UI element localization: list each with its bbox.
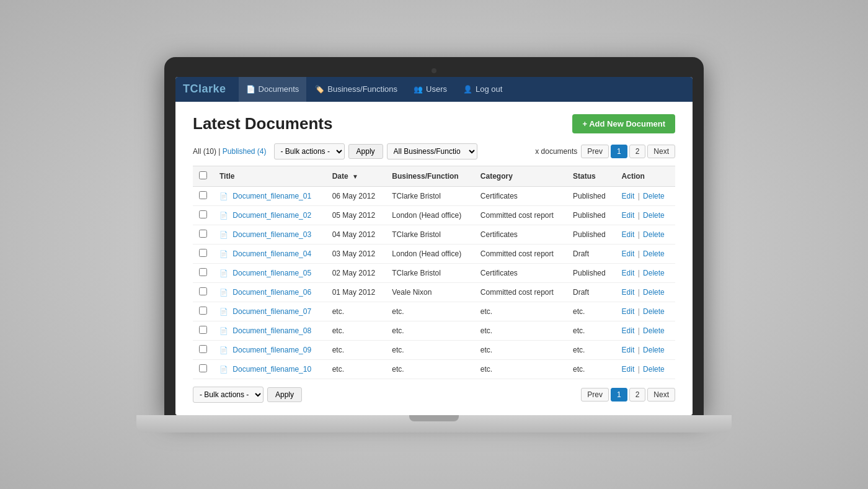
row-title-cell: 📄 Document_filename_04	[213, 244, 326, 263]
next-page-button[interactable]: Next	[647, 145, 675, 158]
row-checkbox-10[interactable]	[199, 364, 207, 372]
delete-link-7[interactable]: Delete	[643, 307, 665, 316]
page-2-button[interactable]: 2	[629, 145, 646, 158]
row-action-cell: Edit | Delete	[616, 225, 675, 244]
page-1-button[interactable]: 1	[611, 145, 627, 158]
doc-title-link-10[interactable]: Document_filename_10	[232, 365, 311, 374]
row-business-cell: TClarke Bristol	[386, 186, 474, 205]
bottom-apply-button[interactable]: Apply	[267, 387, 302, 402]
bottom-next-page-button[interactable]: Next	[647, 388, 675, 402]
doc-title-link-2[interactable]: Document_filename_02	[232, 211, 311, 220]
doc-file-icon: 📄	[219, 231, 228, 238]
edit-link-3[interactable]: Edit	[622, 230, 635, 239]
delete-link-10[interactable]: Delete	[643, 365, 665, 374]
edit-link-9[interactable]: Edit	[622, 346, 635, 354]
bottom-prev-page-button[interactable]: Prev	[581, 388, 609, 402]
doc-title-link-5[interactable]: Document_filename_05	[232, 269, 311, 277]
doc-title-link-3[interactable]: Document_filename_03	[232, 230, 311, 239]
edit-link-8[interactable]: Edit	[622, 326, 635, 335]
row-checkbox-6[interactable]	[199, 287, 207, 295]
action-separator: |	[638, 307, 642, 316]
row-checkbox-9[interactable]	[199, 345, 207, 353]
action-separator: |	[638, 249, 642, 258]
row-checkbox-7[interactable]	[199, 307, 207, 315]
col-business: Business/Function	[386, 166, 474, 186]
published-filter-link[interactable]: Published (4)	[223, 147, 267, 156]
delete-link-9[interactable]: Delete	[643, 346, 665, 354]
table-row: 📄 Document_filename_09 etc. etc. etc. et…	[193, 340, 675, 359]
row-date-cell: 06 May 2012	[326, 186, 386, 205]
business-filter-select[interactable]: All Business/Functio TClarke Bristol Lon…	[387, 143, 477, 159]
edit-link-7[interactable]: Edit	[622, 307, 635, 316]
row-business-cell: TClarke Bristol	[386, 225, 474, 244]
row-checkbox-5[interactable]	[199, 268, 207, 276]
row-checkbox-3[interactable]	[199, 230, 207, 238]
row-date-cell: etc.	[326, 359, 386, 379]
row-action-cell: Edit | Delete	[616, 263, 675, 282]
laptop-screen-bezel: TClarke 📄 Documents 🏷️ Business/Function…	[164, 57, 704, 415]
bulk-actions-group: - Bulk actions - Delete Apply All Busine…	[274, 143, 477, 159]
bulk-actions-select[interactable]: - Bulk actions - Delete	[274, 143, 345, 159]
doc-title-link-7[interactable]: Document_filename_07	[232, 307, 311, 316]
bottom-bulk-actions-select[interactable]: - Bulk actions - Delete	[193, 387, 264, 403]
bottom-page-2-button[interactable]: 2	[629, 388, 646, 402]
row-category-cell: Committed cost report	[474, 205, 567, 225]
camera-dot	[432, 68, 436, 73]
select-all-checkbox[interactable]	[199, 171, 207, 179]
apply-button[interactable]: Apply	[348, 144, 383, 159]
delete-link-8[interactable]: Delete	[643, 326, 665, 335]
delete-link-2[interactable]: Delete	[643, 211, 665, 220]
row-checkbox-4[interactable]	[199, 249, 207, 257]
doc-title-link-8[interactable]: Document_filename_08	[232, 326, 311, 335]
doc-title-link-4[interactable]: Document_filename_04	[232, 249, 311, 258]
edit-link-10[interactable]: Edit	[622, 365, 635, 374]
doc-title-link-1[interactable]: Document_filename_01	[232, 192, 311, 200]
row-category-cell: Certificates	[474, 186, 567, 205]
delete-link-5[interactable]: Delete	[643, 269, 665, 277]
row-category-cell: Committed cost report	[474, 244, 567, 263]
nav-item-business[interactable]: 🏷️ Business/Functions	[308, 77, 405, 102]
table-row: 📄 Document_filename_08 etc. etc. etc. et…	[193, 321, 675, 340]
row-status-cell: Published	[567, 225, 616, 244]
row-title-cell: 📄 Document_filename_08	[213, 321, 326, 340]
delete-link-4[interactable]: Delete	[643, 249, 665, 258]
table-header-row: Title Date ▼ Business/Function Category	[193, 166, 675, 186]
delete-link-1[interactable]: Delete	[643, 192, 665, 200]
table-row: 📄 Document_filename_04 03 May 2012 Londo…	[193, 244, 675, 263]
edit-link-4[interactable]: Edit	[622, 249, 635, 258]
doc-title-link-6[interactable]: Document_filename_06	[232, 288, 311, 297]
row-status-cell: etc.	[567, 340, 616, 359]
row-checkbox-2[interactable]	[199, 210, 207, 218]
row-date-cell: 01 May 2012	[326, 282, 386, 302]
nav-item-logout[interactable]: 👤 Log out	[456, 77, 510, 102]
document-icon: 📄	[246, 85, 255, 94]
col-category: Category	[474, 166, 567, 186]
row-status-cell: etc.	[567, 321, 616, 340]
edit-link-2[interactable]: Edit	[622, 211, 635, 220]
table-row: 📄 Document_filename_07 etc. etc. etc. et…	[193, 302, 675, 321]
action-separator: |	[638, 211, 642, 220]
doc-title-link-9[interactable]: Document_filename_09	[232, 346, 311, 354]
delete-link-6[interactable]: Delete	[643, 288, 665, 297]
bottom-page-1-button[interactable]: 1	[611, 388, 627, 402]
table-row: 📄 Document_filename_02 05 May 2012 Londo…	[193, 205, 675, 225]
row-action-cell: Edit | Delete	[616, 340, 675, 359]
row-checkbox-cell	[193, 282, 213, 302]
col-date[interactable]: Date ▼	[326, 166, 386, 186]
row-business-cell: London (Head office)	[386, 205, 474, 225]
row-checkbox-1[interactable]	[199, 191, 207, 199]
row-date-cell: 04 May 2012	[326, 225, 386, 244]
documents-table: Title Date ▼ Business/Function Category	[193, 166, 675, 379]
prev-page-button[interactable]: Prev	[581, 145, 609, 158]
row-checkbox-cell	[193, 205, 213, 225]
nav-item-documents[interactable]: 📄 Documents	[239, 77, 307, 102]
row-title-cell: 📄 Document_filename_07	[213, 302, 326, 321]
add-new-document-button[interactable]: + Add New Document	[572, 114, 675, 133]
action-separator: |	[638, 346, 642, 354]
nav-item-users[interactable]: 👥 Users	[406, 77, 454, 102]
row-checkbox-8[interactable]	[199, 326, 207, 334]
edit-link-5[interactable]: Edit	[622, 269, 635, 277]
edit-link-1[interactable]: Edit	[622, 192, 635, 200]
edit-link-6[interactable]: Edit	[622, 288, 635, 297]
delete-link-3[interactable]: Delete	[643, 230, 665, 239]
